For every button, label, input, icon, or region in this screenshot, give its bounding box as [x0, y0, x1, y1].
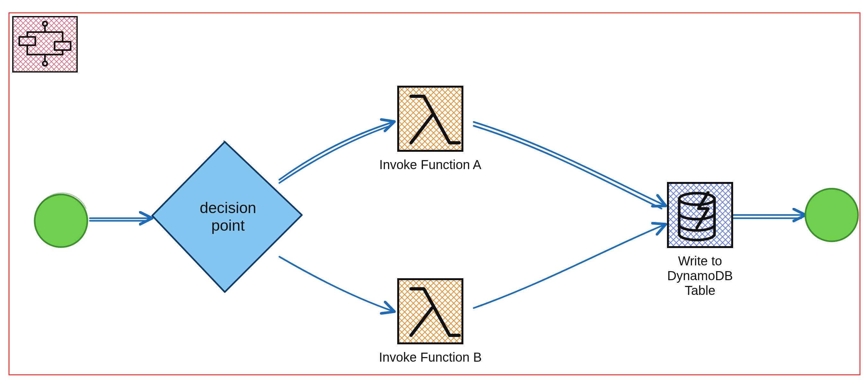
svg-rect-4: [13, 17, 77, 72]
svg-point-22: [805, 189, 858, 241]
end-node: [805, 189, 858, 241]
decision-label: decision point: [180, 199, 276, 234]
lambda-b-label: Invoke Function B: [363, 350, 498, 364]
lambda-a-label: Invoke Function A: [363, 157, 498, 172]
lambda-b-node: [398, 279, 462, 343]
lambda-a-node: [398, 87, 462, 151]
diagram-canvas: decision point Invoke Function A Invoke …: [0, 0, 868, 387]
dynamodb-label: Write to DynamoDB Table: [652, 254, 748, 298]
diagram-svg: [0, 0, 868, 387]
step-functions-icon: [13, 17, 77, 72]
start-node: [35, 193, 87, 247]
dynamodb-node: [668, 183, 732, 247]
svg-point-17: [35, 194, 87, 247]
